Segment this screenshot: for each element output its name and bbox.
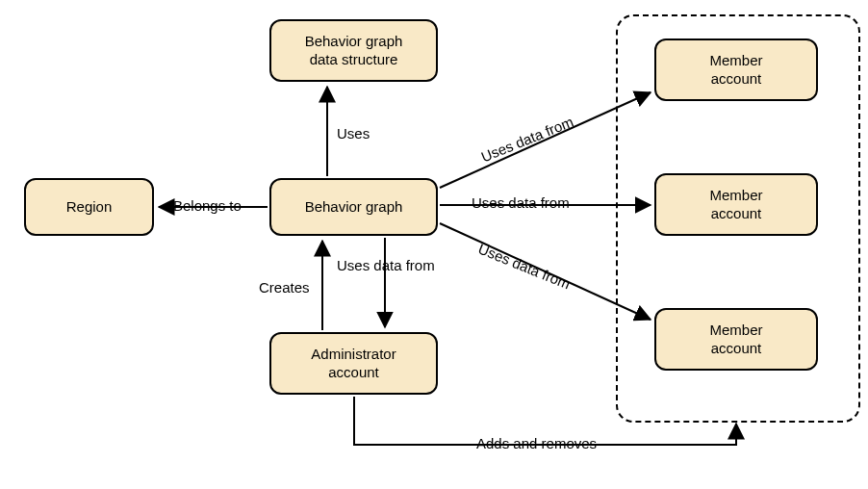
edge-label-uses-data-from-member1: Uses data from [479,114,576,166]
node-region: Region [24,178,154,236]
node-member-account-3: Memberaccount [654,308,818,371]
edge-label-uses-data-from-member3: Uses data from [476,241,574,293]
node-member-account-3-label: Memberaccount [709,322,762,358]
node-member-account-1-label: Memberaccount [709,52,762,89]
diagram-canvas: Region Behavior graph Behavior graphdata… [0,0,868,489]
node-administrator-account-label: Administratoraccount [311,346,396,382]
node-behavior-graph-data-structure: Behavior graphdata structure [269,19,438,82]
node-behavior-graph-data-structure-label: Behavior graphdata structure [305,33,403,69]
node-behavior-graph: Behavior graph [269,178,438,236]
node-member-account-2: Memberaccount [654,173,818,236]
edge-label-adds-and-removes: Adds and removes [476,435,597,451]
node-region-label: Region [66,198,113,217]
edge-label-uses: Uses [337,125,370,142]
node-member-account-1: Memberaccount [654,39,818,101]
node-member-account-2-label: Memberaccount [709,187,762,223]
edge-label-uses-data-from-member2: Uses data from [472,194,570,211]
edge-label-belongs-to: Belongs to [173,197,242,214]
node-administrator-account: Administratoraccount [269,332,438,395]
edge-label-uses-data-from-admin: Uses data from [337,257,435,273]
node-behavior-graph-label: Behavior graph [305,198,403,217]
edge-label-creates: Creates [259,279,310,296]
